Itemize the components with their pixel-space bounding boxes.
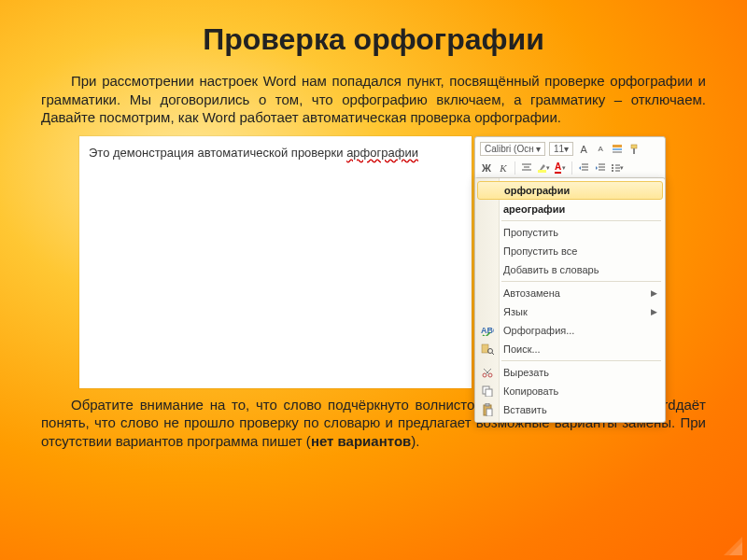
svg-line-24 [492, 353, 494, 355]
document-area: Это демонстрация автоматической проверки… [79, 136, 472, 388]
menu-separator [501, 220, 661, 221]
copy-icon [480, 384, 495, 399]
paragraph-1: При рассмотрении настроек Word нам попад… [0, 68, 747, 131]
decrease-indent-button[interactable] [577, 161, 590, 175]
menu-suggestion-2[interactable]: ареографии [475, 200, 665, 218]
book-search-icon [480, 342, 495, 357]
svg-rect-0 [613, 145, 622, 147]
svg-rect-30 [486, 389, 492, 397]
doc-text: Это демонстрация автоматической проверки [89, 146, 346, 160]
menu-language[interactable]: Язык▶ [475, 302, 665, 321]
chevron-right-icon: ▶ [651, 288, 657, 298]
font-selector[interactable]: Calibri (Осн▾ [480, 142, 545, 156]
menu-paste[interactable]: Вставить [475, 400, 665, 419]
scissors-icon [480, 365, 495, 380]
context-menu: орфографии ареографии Пропустить Пропуст… [474, 177, 666, 423]
align-center-button[interactable] [520, 161, 533, 175]
svg-rect-2 [613, 151, 622, 153]
menu-suggestion-1[interactable]: орфографии [477, 181, 663, 200]
menu-ignore[interactable]: Пропустить [475, 223, 665, 242]
svg-rect-4 [633, 148, 635, 154]
svg-point-17 [612, 167, 613, 169]
separator [571, 161, 572, 175]
word-screenshot: Это демонстрация автоматической проверки… [79, 136, 668, 388]
paragraph-2-text-b: ). [411, 433, 419, 449]
font-size-value: 11 [554, 144, 564, 154]
bold-button[interactable]: Ж [480, 161, 493, 175]
menu-lookup[interactable]: Поиск... [475, 340, 665, 358]
grow-font-button[interactable]: A [577, 143, 590, 156]
paste-icon [480, 402, 495, 417]
svg-rect-3 [631, 145, 637, 148]
menu-ignore-all[interactable]: Пропустить все [475, 242, 665, 260]
paragraph-2-bold: нет вариантов [311, 433, 411, 449]
svg-text:ABC: ABC [481, 326, 494, 335]
chevron-right-icon: ▶ [651, 307, 657, 316]
menu-separator [501, 281, 661, 282]
svg-rect-33 [486, 409, 492, 416]
svg-rect-22 [482, 344, 488, 353]
svg-rect-1 [613, 148, 622, 150]
font-size-selector[interactable]: 11▾ [549, 142, 573, 156]
paragraph-1-text: При рассмотрении настроек Word нам попад… [41, 73, 706, 125]
svg-rect-8 [538, 170, 546, 173]
menu-copy[interactable]: Копировать [475, 382, 665, 400]
separator [514, 161, 515, 175]
misspelled-word: арфографии [346, 146, 418, 160]
spellcheck-icon: ABC [480, 323, 495, 338]
bullet-list-button[interactable]: ▾ [611, 161, 624, 175]
menu-add-dictionary[interactable]: Добавить в словарь [475, 260, 665, 279]
highlight-button[interactable]: ▾ [537, 161, 550, 175]
shrink-font-button[interactable]: A [594, 143, 607, 156]
svg-point-15 [612, 164, 613, 166]
slide-corner-icon [723, 536, 743, 556]
font-name: Calibri (Осн [485, 144, 534, 154]
italic-button[interactable]: К [497, 161, 510, 175]
mini-toolbar: Calibri (Осн▾ 11▾ A A Ж К ▾ A▾ ▾ [474, 136, 666, 181]
menu-autocorrect[interactable]: Автозамена▶ [475, 284, 665, 302]
menu-spelling[interactable]: ABC Орфография... [475, 321, 665, 340]
menu-separator [501, 360, 661, 361]
increase-indent-button[interactable] [594, 161, 607, 175]
font-color-button[interactable]: A▾ [554, 161, 567, 175]
svg-point-19 [612, 170, 613, 172]
chevron-down-icon: ▾ [536, 144, 541, 154]
svg-rect-32 [486, 403, 489, 406]
menu-cut[interactable]: Вырезать [475, 363, 665, 382]
styles-button[interactable] [611, 143, 624, 156]
format-painter-button[interactable] [627, 143, 641, 156]
chevron-down-icon: ▾ [564, 144, 569, 154]
slide-title: Проверка орфографии [0, 0, 747, 68]
